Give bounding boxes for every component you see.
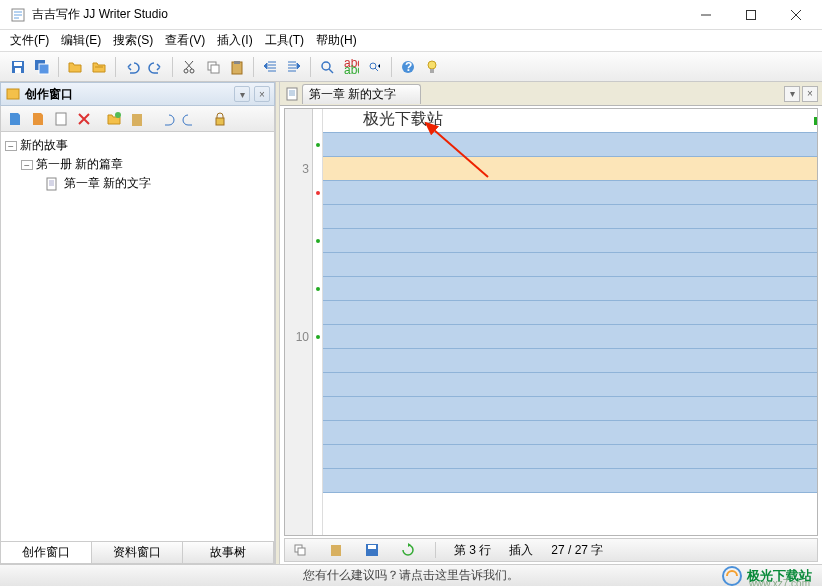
editor-area: 第一章 新的文字 ▾ × 3 10 <box>280 82 822 564</box>
add-folder-icon[interactable] <box>104 109 124 129</box>
line-gutter: 3 10 <box>285 109 313 535</box>
minimize-button[interactable] <box>683 1 728 29</box>
tab-resource[interactable]: 资料窗口 <box>92 542 183 563</box>
status-chars: 27 / 27 字 <box>551 542 603 559</box>
svg-rect-29 <box>298 548 305 555</box>
close-button[interactable] <box>773 1 818 29</box>
svg-point-8 <box>190 69 194 73</box>
svg-point-13 <box>322 62 330 70</box>
undo-side-icon[interactable] <box>157 109 177 129</box>
toolbar-separator <box>58 57 59 77</box>
brand-url: www.xz7.com <box>749 578 810 587</box>
redo-side-icon[interactable] <box>180 109 200 129</box>
save-icon[interactable] <box>7 56 29 78</box>
tree-root[interactable]: − 新的故事 <box>3 136 272 155</box>
toolbar-separator <box>115 57 116 77</box>
expand-icon[interactable]: − <box>5 141 17 151</box>
status-mode: 插入 <box>509 542 533 559</box>
menu-search[interactable]: 搜索(S) <box>107 30 159 51</box>
menu-file[interactable]: 文件(F) <box>4 30 55 51</box>
status-bar: 您有什么建议吗？请点击这里告诉我们。 极光下载站 www.xz7.com <box>0 564 822 586</box>
menu-insert[interactable]: 插入(I) <box>211 30 258 51</box>
tree-book[interactable]: − 第一册 新的篇章 <box>3 155 272 174</box>
menu-edit[interactable]: 编辑(E) <box>55 30 107 51</box>
svg-point-23 <box>115 112 121 118</box>
svg-rect-25 <box>216 118 224 125</box>
status-tip[interactable]: 您有什么建议吗？请点击这里告诉我们。 <box>303 567 519 584</box>
document-tab[interactable]: 第一章 新的文字 <box>302 84 421 104</box>
tree-chapter[interactable]: 第一章 新的文字 <box>3 174 272 193</box>
panel-dropdown-icon[interactable]: ▾ <box>234 86 250 102</box>
svg-rect-1 <box>746 10 755 19</box>
undo-icon[interactable] <box>121 56 143 78</box>
editor-wrap: 3 10 极光下载站 <box>284 108 818 536</box>
editor-line-1: 极光下载站 <box>323 109 817 129</box>
svg-point-19 <box>428 61 436 69</box>
tab-compose[interactable]: 创作窗口 <box>1 542 92 563</box>
indent-right-icon[interactable] <box>283 56 305 78</box>
svg-rect-3 <box>14 62 22 66</box>
status-copy-icon[interactable] <box>291 541 309 559</box>
status-line: 第 3 行 <box>454 542 491 559</box>
svg-rect-24 <box>132 114 142 126</box>
doc-tab-icon <box>284 86 300 102</box>
indent-left-icon[interactable] <box>259 56 281 78</box>
panel-close-icon[interactable]: × <box>254 86 270 102</box>
side-panel-title: 创作窗口 <box>25 86 73 103</box>
find-next-icon[interactable] <box>364 56 386 78</box>
folder-icon[interactable] <box>88 56 110 78</box>
lock-icon[interactable] <box>210 109 230 129</box>
window-title: 吉吉写作 JJ Writer Studio <box>32 6 683 23</box>
delete-red-icon[interactable] <box>74 109 94 129</box>
status-paste-icon[interactable] <box>327 541 345 559</box>
tab-storytree[interactable]: 故事树 <box>183 542 274 563</box>
paste-folder-icon[interactable] <box>127 109 147 129</box>
svg-rect-22 <box>56 113 66 125</box>
svg-rect-21 <box>7 89 19 99</box>
svg-rect-27 <box>287 88 297 100</box>
menu-view[interactable]: 查看(V) <box>159 30 211 51</box>
menu-help[interactable]: 帮助(H) <box>310 30 363 51</box>
svg-rect-6 <box>39 64 49 74</box>
side-toolbar <box>0 106 275 132</box>
book-orange-icon[interactable] <box>28 109 48 129</box>
panel-icon <box>5 86 21 102</box>
cut-icon[interactable] <box>178 56 200 78</box>
find-icon[interactable] <box>316 56 338 78</box>
menu-tools[interactable]: 工具(T) <box>259 30 310 51</box>
status-save-icon[interactable] <box>363 541 381 559</box>
tab-close-icon[interactable]: × <box>802 86 818 102</box>
copy-icon[interactable] <box>202 56 224 78</box>
side-panel-header: 创作窗口 ▾ × <box>0 82 275 106</box>
maximize-button[interactable] <box>728 1 773 29</box>
tree-book-label: 第一册 新的篇章 <box>36 156 123 173</box>
svg-point-33 <box>723 567 741 585</box>
paste-icon[interactable] <box>226 56 248 78</box>
svg-point-7 <box>184 69 188 73</box>
tab-dropdown-icon[interactable]: ▾ <box>784 86 800 102</box>
book-blue-icon[interactable] <box>5 109 25 129</box>
replace-icon[interactable]: abcabc <box>340 56 362 78</box>
text-editor[interactable]: 极光下载站 <box>323 109 817 535</box>
margin-column <box>313 109 323 535</box>
brand-watermark: 极光下载站 www.xz7.com <box>721 565 812 587</box>
expand-icon[interactable]: − <box>21 160 33 170</box>
document-tab-label: 第一章 新的文字 <box>309 86 396 103</box>
svg-rect-30 <box>331 545 341 556</box>
page-icon[interactable] <box>51 109 71 129</box>
svg-text:abc: abc <box>344 63 359 75</box>
main-toolbar: abcabc ? <box>0 52 822 82</box>
story-tree[interactable]: − 新的故事 − 第一册 新的篇章 第一章 新的文字 <box>0 132 275 542</box>
tip-icon[interactable] <box>421 56 443 78</box>
svg-rect-4 <box>15 68 21 73</box>
save-all-icon[interactable] <box>31 56 53 78</box>
help-icon[interactable]: ? <box>397 56 419 78</box>
title-bar: 吉吉写作 JJ Writer Studio <box>0 0 822 30</box>
editor-status-bar: 第 3 行 插入 27 / 27 字 <box>284 538 818 562</box>
status-refresh-icon[interactable] <box>399 541 417 559</box>
page-icon <box>45 177 61 191</box>
redo-icon[interactable] <box>145 56 167 78</box>
open-folder-icon[interactable] <box>64 56 86 78</box>
toolbar-separator <box>172 57 173 77</box>
brand-logo-icon <box>721 565 743 587</box>
